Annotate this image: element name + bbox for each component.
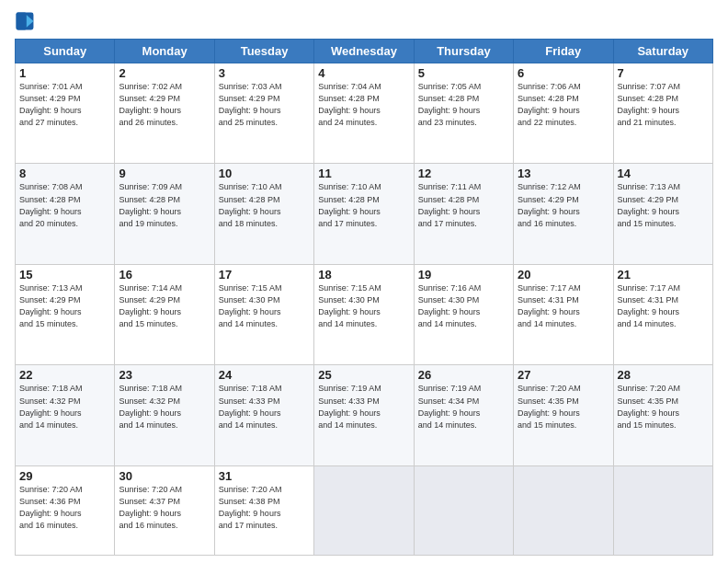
day-info: Sunrise: 7:20 AM Sunset: 4:35 PM Dayligh… (618, 383, 709, 431)
table-row: 19Sunrise: 7:16 AM Sunset: 4:30 PM Dayli… (414, 264, 513, 364)
day-info: Sunrise: 7:20 AM Sunset: 4:37 PM Dayligh… (119, 484, 210, 532)
col-tuesday: Tuesday (214, 40, 313, 63)
day-info: Sunrise: 7:17 AM Sunset: 4:31 PM Dayligh… (618, 282, 709, 330)
table-row (613, 465, 712, 555)
page: Sunday Monday Tuesday Wednesday Thursday… (0, 0, 728, 563)
calendar-header-row: Sunday Monday Tuesday Wednesday Thursday… (16, 40, 713, 63)
table-row: 28Sunrise: 7:20 AM Sunset: 4:35 PM Dayli… (613, 365, 712, 465)
table-row: 5Sunrise: 7:05 AM Sunset: 4:28 PM Daylig… (414, 63, 513, 164)
day-info: Sunrise: 7:11 AM Sunset: 4:28 PM Dayligh… (418, 181, 509, 229)
table-row: 15Sunrise: 7:13 AM Sunset: 4:29 PM Dayli… (16, 264, 115, 364)
day-info: Sunrise: 7:19 AM Sunset: 4:33 PM Dayligh… (318, 383, 409, 431)
day-number: 4 (318, 66, 409, 80)
day-number: 5 (418, 66, 509, 80)
day-number: 30 (119, 469, 210, 483)
day-number: 13 (518, 167, 609, 180)
table-row: 21Sunrise: 7:17 AM Sunset: 4:31 PM Dayli… (613, 264, 712, 364)
day-info: Sunrise: 7:05 AM Sunset: 4:28 PM Dayligh… (418, 81, 509, 129)
col-sunday: Sunday (16, 40, 115, 63)
day-number: 27 (518, 368, 609, 382)
day-info: Sunrise: 7:09 AM Sunset: 4:28 PM Dayligh… (119, 181, 210, 229)
table-row (514, 465, 613, 555)
day-number: 23 (119, 368, 210, 382)
day-number: 12 (418, 167, 509, 180)
table-row: 12Sunrise: 7:11 AM Sunset: 4:28 PM Dayli… (414, 164, 513, 264)
table-row: 24Sunrise: 7:18 AM Sunset: 4:33 PM Dayli… (214, 365, 313, 465)
table-row (414, 465, 513, 555)
day-number: 31 (219, 469, 310, 483)
table-row: 4Sunrise: 7:04 AM Sunset: 4:28 PM Daylig… (314, 63, 414, 164)
day-info: Sunrise: 7:18 AM Sunset: 4:32 PM Dayligh… (119, 383, 210, 431)
day-info: Sunrise: 7:16 AM Sunset: 4:30 PM Dayligh… (418, 282, 509, 330)
day-info: Sunrise: 7:20 AM Sunset: 4:36 PM Dayligh… (19, 484, 110, 532)
day-info: Sunrise: 7:10 AM Sunset: 4:28 PM Dayligh… (219, 181, 310, 229)
day-number: 29 (19, 469, 110, 483)
table-row: 3Sunrise: 7:03 AM Sunset: 4:29 PM Daylig… (214, 63, 313, 164)
table-row: 2Sunrise: 7:02 AM Sunset: 4:29 PM Daylig… (115, 63, 214, 164)
table-row: 18Sunrise: 7:15 AM Sunset: 4:30 PM Dayli… (314, 264, 414, 364)
table-row: 23Sunrise: 7:18 AM Sunset: 4:32 PM Dayli… (115, 365, 214, 465)
day-number: 14 (618, 167, 709, 180)
table-row: 6Sunrise: 7:06 AM Sunset: 4:28 PM Daylig… (514, 63, 613, 164)
day-info: Sunrise: 7:18 AM Sunset: 4:33 PM Dayligh… (219, 383, 310, 431)
calendar-table: Sunday Monday Tuesday Wednesday Thursday… (15, 39, 713, 556)
day-info: Sunrise: 7:03 AM Sunset: 4:29 PM Dayligh… (219, 81, 310, 129)
table-row: 1Sunrise: 7:01 AM Sunset: 4:29 PM Daylig… (16, 63, 115, 164)
table-row: 26Sunrise: 7:19 AM Sunset: 4:34 PM Dayli… (414, 365, 513, 465)
day-number: 6 (518, 66, 609, 80)
day-number: 7 (618, 66, 709, 80)
day-info: Sunrise: 7:06 AM Sunset: 4:28 PM Dayligh… (518, 81, 609, 129)
table-row: 30Sunrise: 7:20 AM Sunset: 4:37 PM Dayli… (115, 465, 214, 555)
day-number: 15 (19, 268, 110, 282)
day-number: 18 (318, 268, 409, 282)
table-row: 31Sunrise: 7:20 AM Sunset: 4:38 PM Dayli… (214, 465, 313, 555)
day-info: Sunrise: 7:01 AM Sunset: 4:29 PM Dayligh… (19, 81, 110, 129)
table-row: 29Sunrise: 7:20 AM Sunset: 4:36 PM Dayli… (16, 465, 115, 555)
day-number: 20 (518, 268, 609, 282)
day-number: 11 (318, 167, 409, 180)
table-row (314, 465, 414, 555)
day-number: 26 (418, 368, 509, 382)
day-number: 28 (618, 368, 709, 382)
day-number: 25 (318, 368, 409, 382)
col-thursday: Thursday (414, 40, 513, 63)
col-wednesday: Wednesday (314, 40, 414, 63)
day-number: 10 (219, 167, 310, 180)
day-info: Sunrise: 7:15 AM Sunset: 4:30 PM Dayligh… (219, 282, 310, 330)
col-friday: Friday (514, 40, 613, 63)
day-number: 8 (19, 167, 110, 180)
day-info: Sunrise: 7:18 AM Sunset: 4:32 PM Dayligh… (19, 383, 110, 431)
table-row: 14Sunrise: 7:13 AM Sunset: 4:29 PM Dayli… (613, 164, 712, 264)
day-number: 24 (219, 368, 310, 382)
day-info: Sunrise: 7:14 AM Sunset: 4:29 PM Dayligh… (119, 282, 210, 330)
table-row: 10Sunrise: 7:10 AM Sunset: 4:28 PM Dayli… (214, 164, 313, 264)
day-info: Sunrise: 7:02 AM Sunset: 4:29 PM Dayligh… (119, 81, 210, 129)
day-info: Sunrise: 7:20 AM Sunset: 4:35 PM Dayligh… (518, 383, 609, 431)
day-number: 9 (119, 167, 210, 180)
table-row: 11Sunrise: 7:10 AM Sunset: 4:28 PM Dayli… (314, 164, 414, 264)
day-number: 17 (219, 268, 310, 282)
day-number: 22 (19, 368, 110, 382)
table-row: 17Sunrise: 7:15 AM Sunset: 4:30 PM Dayli… (214, 264, 313, 364)
day-info: Sunrise: 7:17 AM Sunset: 4:31 PM Dayligh… (518, 282, 609, 330)
day-info: Sunrise: 7:13 AM Sunset: 4:29 PM Dayligh… (19, 282, 110, 330)
day-number: 19 (418, 268, 509, 282)
col-monday: Monday (115, 40, 214, 63)
table-row: 13Sunrise: 7:12 AM Sunset: 4:29 PM Dayli… (514, 164, 613, 264)
table-row: 25Sunrise: 7:19 AM Sunset: 4:33 PM Dayli… (314, 365, 414, 465)
header (15, 11, 713, 31)
table-row: 16Sunrise: 7:14 AM Sunset: 4:29 PM Dayli… (115, 264, 214, 364)
day-info: Sunrise: 7:15 AM Sunset: 4:30 PM Dayligh… (318, 282, 409, 330)
table-row: 22Sunrise: 7:18 AM Sunset: 4:32 PM Dayli… (16, 365, 115, 465)
day-number: 16 (119, 268, 210, 282)
table-row: 9Sunrise: 7:09 AM Sunset: 4:28 PM Daylig… (115, 164, 214, 264)
day-number: 1 (19, 66, 110, 80)
day-info: Sunrise: 7:20 AM Sunset: 4:38 PM Dayligh… (219, 484, 310, 532)
table-row: 27Sunrise: 7:20 AM Sunset: 4:35 PM Dayli… (514, 365, 613, 465)
col-saturday: Saturday (613, 40, 712, 63)
table-row: 8Sunrise: 7:08 AM Sunset: 4:28 PM Daylig… (16, 164, 115, 264)
generalblue-logo-icon (15, 11, 35, 31)
logo (15, 11, 37, 31)
day-number: 3 (219, 66, 310, 80)
day-info: Sunrise: 7:12 AM Sunset: 4:29 PM Dayligh… (518, 181, 609, 229)
